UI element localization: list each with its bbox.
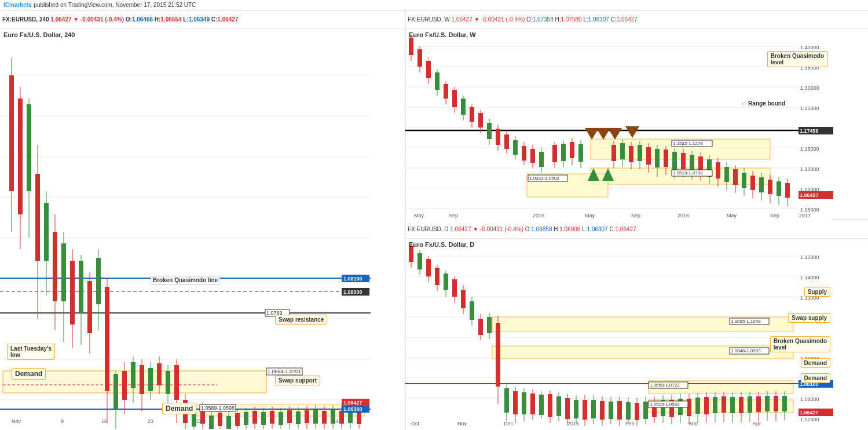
svg-text:1.10000: 1.10000 <box>800 166 819 172</box>
svg-text:7: 7 <box>269 418 272 424</box>
svg-rect-26 <box>9 75 14 191</box>
svg-text:1.06360: 1.06360 <box>343 406 362 412</box>
rt-pair: FX:EURUSD, W <box>408 16 450 23</box>
svg-rect-331 <box>609 402 613 419</box>
svg-rect-207 <box>638 145 642 161</box>
svg-text:1.06427: 1.06427 <box>343 400 362 406</box>
svg-rect-315 <box>539 395 544 415</box>
svg-rect-209 <box>646 147 651 165</box>
svg-rect-353 <box>704 397 709 414</box>
svg-text:1.1532-1.1278: 1.1532-1.1278 <box>673 141 703 146</box>
rt-high: 1.07580 <box>561 16 582 23</box>
svg-rect-58 <box>148 368 153 391</box>
svg-rect-337 <box>635 403 639 420</box>
svg-rect-40 <box>70 261 75 325</box>
svg-rect-107 <box>357 411 361 424</box>
svg-rect-289 <box>426 259 431 276</box>
svg-text:1.25000: 1.25000 <box>800 105 819 111</box>
svg-rect-83 <box>252 411 257 424</box>
svg-rect-177 <box>504 134 509 149</box>
svg-rect-227 <box>724 167 729 182</box>
svg-rect-333 <box>617 401 622 420</box>
svg-rect-32 <box>35 174 40 261</box>
svg-rect-365 <box>756 396 761 412</box>
svg-rect-187 <box>552 145 557 162</box>
svg-rect-361 <box>739 397 744 413</box>
svg-text:Sep: Sep <box>449 213 458 218</box>
svg-rect-48 <box>105 287 109 391</box>
svg-text:Nov: Nov <box>12 418 21 424</box>
svg-text:Apr: Apr <box>753 421 761 427</box>
rt-chart-title: Euro Fx/U.S. Dollar, W <box>409 31 476 38</box>
svg-text:1.30000: 1.30000 <box>800 85 819 91</box>
svg-rect-179 <box>513 140 518 155</box>
svg-rect-191 <box>570 142 574 158</box>
svg-rect-46 <box>96 258 101 304</box>
svg-rect-215 <box>672 152 677 170</box>
svg-rect-93 <box>296 411 301 424</box>
svg-rect-235 <box>759 177 764 192</box>
svg-rect-64 <box>174 365 179 400</box>
rb-supply-callout: Supply <box>804 287 830 297</box>
svg-rect-167 <box>461 99 466 115</box>
rb-demand1-callout: Demand <box>801 358 830 368</box>
svg-text:1.08000: 1.08000 <box>343 289 362 295</box>
broken-quasimodo-label: Broken Quasimodo line <box>151 276 220 285</box>
svg-rect-34 <box>44 203 49 261</box>
svg-rect-303 <box>487 317 492 333</box>
right-bottom-svg: 1.15000 1.14000 1.13000 1.12000 1.11000 … <box>405 239 833 430</box>
svg-text:1.06427: 1.06427 <box>800 410 819 416</box>
svg-rect-351 <box>695 398 700 414</box>
svg-rect-229 <box>733 169 738 185</box>
svg-text:1.07000: 1.07000 <box>800 417 819 422</box>
svg-text:1.0519-1.0583: 1.0519-1.0583 <box>650 402 680 407</box>
svg-rect-211 <box>655 149 660 167</box>
svg-rect-225 <box>716 162 720 178</box>
top-bar: ICmarkets published on TradingView.com, … <box>0 0 868 10</box>
svg-rect-99 <box>322 411 327 424</box>
svg-rect-0 <box>0 29 371 429</box>
rt-open: 1.07358 <box>533 16 554 23</box>
svg-rect-233 <box>750 176 755 190</box>
left-chart-area: Euro Fx/U.S. Dollar, 240 1.11000 1.10500… <box>0 29 405 430</box>
svg-rect-311 <box>522 392 526 414</box>
right-bottom-header: FX:EURUSD, D 1.06427 ▼ -0.00431 (-0.4%) … <box>405 220 868 239</box>
left-pair-info: FX:EURUSD, 240 1.06427 ▼ -0.00431 (-0.4%… <box>2 16 402 23</box>
left-chart-header: FX:EURUSD, 240 1.06427 ▼ -0.00431 (-0.4%… <box>0 10 405 29</box>
rt-low: 1.06307 <box>588 16 609 23</box>
svg-rect-30 <box>27 104 31 191</box>
right-panel: FX:EURUSD, W 1.06427 ▼ -0.00431 (-0.4%) … <box>405 10 868 430</box>
swap-support-callout: Swap support <box>275 376 320 385</box>
svg-rect-81 <box>244 412 248 425</box>
svg-rect-165 <box>452 90 457 107</box>
rb-demand2-callout: Demand <box>801 373 830 383</box>
svg-rect-161 <box>435 72 440 90</box>
svg-rect-317 <box>548 394 552 417</box>
svg-rect-295 <box>452 279 457 297</box>
svg-text:2015: 2015 <box>533 213 544 218</box>
left-close: 1.06427 <box>217 16 238 23</box>
svg-text:2016: 2016 <box>567 421 579 427</box>
svg-rect-355 <box>713 397 717 413</box>
published-info: published on TradingView.com, November 1… <box>34 2 196 8</box>
rt-range-bound: ← Range bound <box>739 100 787 107</box>
svg-rect-169 <box>470 107 474 122</box>
left-low: 1.06349 <box>189 16 210 23</box>
svg-rect-301 <box>478 319 483 335</box>
svg-rect-50 <box>113 374 118 409</box>
left-high: 1.06554 <box>160 16 181 23</box>
svg-rect-319 <box>556 396 561 416</box>
rb-chart-title: Euro Fx/U.S. Dollar, D <box>409 241 474 248</box>
svg-rect-181 <box>522 146 526 161</box>
left-change: ▼ -0.00431 (-0.4%) <box>73 16 124 23</box>
left-price: 1.06427 <box>50 16 71 23</box>
svg-text:1.0664-1.0701: 1.0664-1.0701 <box>268 369 301 374</box>
svg-rect-103 <box>339 411 344 424</box>
svg-text:Oct: Oct <box>411 421 420 427</box>
svg-text:9: 9 <box>61 418 64 424</box>
svg-text:Mar: Mar <box>689 421 698 427</box>
svg-rect-285 <box>409 246 413 262</box>
svg-rect-75 <box>218 413 222 426</box>
rb-pair-info: FX:EURUSD, D 1.06427 ▼ -0.00431 (-0.4%) … <box>408 226 866 232</box>
svg-rect-62 <box>166 371 170 394</box>
